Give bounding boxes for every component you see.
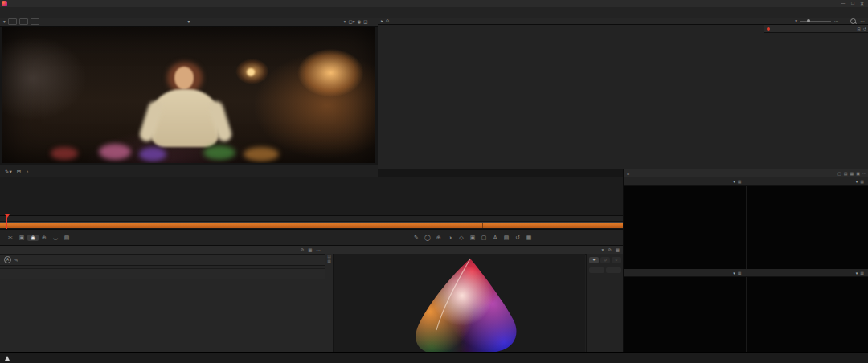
- warper-reset-button[interactable]: [589, 267, 604, 273]
- scopes-bottom-quad: [624, 277, 868, 361]
- parade-select[interactable]: ▾: [733, 271, 735, 275]
- palette-icon[interactable]: ◉: [357, 19, 361, 24]
- waveform-select-top[interactable]: ▾: [856, 179, 858, 184]
- wipe-icon[interactable]: ⊟: [17, 169, 21, 175]
- track-v1[interactable]: [0, 223, 623, 228]
- curves-tool-icon[interactable]: ◡: [50, 235, 61, 241]
- table-item-pink: [99, 144, 131, 160]
- waveform-select-bottom[interactable]: ▾: [856, 271, 858, 275]
- playhead[interactable]: [6, 215, 7, 229]
- layout-quad-icon[interactable]: ▦: [850, 171, 854, 176]
- audio-icon[interactable]: ♪: [26, 169, 28, 175]
- clipboard-icon[interactable]: ▤: [501, 235, 512, 241]
- secondary-toolbar: [0, 7, 868, 18]
- mix-slider[interactable]: [800, 21, 831, 22]
- color-warper-panel: ▾ ⊘ ▦ ▤ ▦: [325, 245, 624, 354]
- scopes-handle-icon[interactable]: ≡: [627, 171, 629, 176]
- warper-bypass-icon[interactable]: ⊘: [608, 247, 612, 252]
- ngbar-more-icon[interactable]: ⋯: [834, 18, 839, 23]
- scopes-more-icon[interactable]: ⋯: [862, 171, 866, 176]
- wheels-grid-icon[interactable]: ▦: [308, 247, 312, 252]
- wheels-bottom-row: [0, 268, 325, 279]
- color-wheels-tool-icon[interactable]: ◉: [27, 235, 39, 241]
- clip-strip: [0, 177, 623, 215]
- qualifier-icon[interactable]: ✎: [411, 235, 422, 241]
- undo-icon[interactable]: ↺: [512, 235, 523, 241]
- blur-icon[interactable]: ◑: [444, 235, 456, 241]
- color-wheels-panel: ⊘ ▦ ⋯ A ✎: [0, 245, 325, 354]
- window-controls: — □ ✕: [841, 1, 868, 6]
- warper-mesh-icon[interactable]: ▦: [326, 259, 333, 263]
- subject-body: [151, 89, 219, 147]
- vectorscope-options-icon[interactable]: ▦: [738, 179, 742, 184]
- scissors-tool-icon[interactable]: ✂: [5, 235, 16, 241]
- chroma-gamut-shape: [334, 254, 585, 354]
- viewer-fit-icon[interactable]: [31, 18, 39, 25]
- hdr-tool-icon[interactable]: ⊕: [39, 235, 50, 241]
- viewer-layout-icon[interactable]: [8, 18, 17, 25]
- panel-more-icon[interactable]: ⋯: [861, 18, 866, 23]
- grab-still-icon[interactable]: ✎▾: [5, 169, 12, 175]
- lamp-glow: [247, 68, 255, 76]
- hud-icon[interactable]: ⊙: [386, 18, 390, 23]
- reset-all-icon[interactable]: ↺: [863, 27, 866, 31]
- move-pin-tool-icon[interactable]: ◇: [600, 257, 610, 263]
- search-icon[interactable]: [850, 18, 856, 24]
- scopes-panel: ≡ ▢ ▤ ▦ ▣ ⋯ ▾▦ ▾▦ ▾▦ ▾▦: [623, 169, 868, 353]
- cursor-icon[interactable]: ▸: [381, 18, 383, 23]
- display-icon[interactable]: ▢▾: [349, 19, 355, 24]
- pick-tool-icon[interactable]: ○: [612, 257, 621, 263]
- scopes-header: ≡ ▢ ▤ ▦ ▣ ⋯: [624, 169, 868, 177]
- warper-delete-button[interactable]: [606, 267, 621, 273]
- table-item-red: [51, 147, 78, 160]
- vectorscope-select[interactable]: ▾: [733, 179, 735, 184]
- layout-dual-icon[interactable]: ▤: [844, 171, 848, 176]
- wheels-more-icon[interactable]: ⋯: [317, 247, 321, 252]
- viewer-header: ▾ ▾ ▾ ▢▾ ◉ ◱ ⋯: [0, 18, 378, 27]
- add-pin-tool-icon[interactable]: +: [589, 257, 599, 263]
- waveform-top-options-icon[interactable]: ▦: [860, 179, 864, 184]
- transport-bar: ✎▾ ⊟ ♪: [0, 165, 378, 177]
- text-icon[interactable]: A: [489, 235, 501, 241]
- scopes-subbar-top: ▾▦ ▾▦: [624, 177, 868, 186]
- note-tool-icon[interactable]: ▤: [61, 235, 72, 241]
- viewer-more-icon[interactable]: ⋯: [371, 19, 375, 24]
- window-icon[interactable]: ◯: [422, 235, 433, 241]
- node-graph[interactable]: [378, 25, 764, 169]
- viewer-split-icon[interactable]: [19, 18, 28, 25]
- auto-balance-icon[interactable]: A: [4, 256, 11, 263]
- waveform-bottom-options-icon[interactable]: ▦: [860, 271, 864, 275]
- chroma-warp-canvas[interactable]: [334, 254, 585, 354]
- project-title-area: [0, 10, 868, 15]
- cst-header: ⊟ ↺: [764, 25, 868, 33]
- layout-single-icon[interactable]: ▢: [837, 171, 841, 176]
- timeline-selector[interactable]: ▾: [145, 19, 233, 24]
- parade-scope: [624, 277, 746, 358]
- stereo-icon[interactable]: ▢: [478, 235, 489, 241]
- picker-icon[interactable]: ✎: [14, 258, 18, 263]
- warper-tools-sidebar: + ◇ ○: [586, 254, 624, 354]
- clip-chevron-icon[interactable]: ▾: [795, 18, 797, 23]
- maximize-icon[interactable]: □: [851, 1, 854, 6]
- sizing-icon[interactable]: ▣: [467, 235, 478, 241]
- grid-icon[interactable]: ▦: [523, 235, 534, 241]
- warper-flag-icon[interactable]: ▾: [601, 247, 604, 252]
- minimize-icon[interactable]: —: [841, 1, 845, 6]
- viewer-zoom-select[interactable]: ▾: [3, 19, 6, 24]
- parade-options-icon[interactable]: ▦: [738, 271, 742, 275]
- warper-side-strip: ▤ ▦: [326, 254, 334, 354]
- wheels-header: ⊘ ▦ ⋯: [0, 246, 325, 255]
- tracker-icon[interactable]: ⊕: [433, 235, 444, 241]
- warper-grid-icon[interactable]: ▦: [616, 247, 620, 252]
- key-icon[interactable]: ◇: [456, 235, 467, 241]
- scopes-top-quad: [624, 186, 868, 269]
- trash-icon[interactable]: ⊟: [858, 27, 861, 31]
- video-viewer[interactable]: [2, 27, 375, 163]
- layout-full-icon[interactable]: ▣: [856, 171, 860, 176]
- close-icon[interactable]: ✕: [860, 1, 864, 6]
- subject-face: [174, 67, 194, 89]
- frame-tool-icon[interactable]: ▣: [16, 235, 27, 241]
- wheels-bypass-icon[interactable]: ⊘: [301, 247, 305, 252]
- expand-icon[interactable]: ◱: [363, 19, 367, 24]
- color-space-transform-panel: ⊟ ↺: [764, 25, 868, 169]
